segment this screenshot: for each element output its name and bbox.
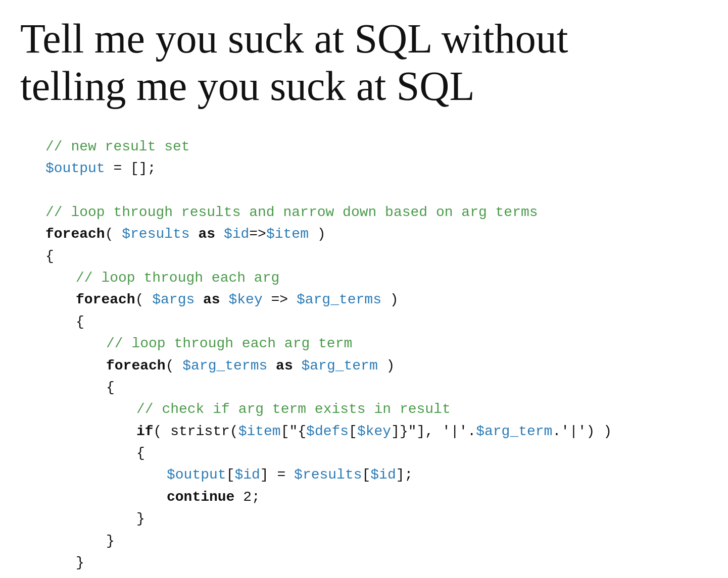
comment-loop-results: // loop through results and narrow down … bbox=[45, 201, 708, 223]
output-init: $output = []; bbox=[45, 157, 708, 179]
comment-loop-arg: // loop through each arg bbox=[76, 267, 708, 289]
page-title: Tell me you suck at SQL without telling … bbox=[20, 15, 708, 111]
if-line: if( stristr($item["{$defs[$key]}"], '|'.… bbox=[136, 421, 708, 442]
foreach2-line: foreach( $args as $key => $arg_terms ) bbox=[76, 289, 708, 310]
title-line1: Tell me you suck at SQL without bbox=[20, 16, 568, 62]
empty-line-1 bbox=[45, 179, 708, 201]
comment-new-result: // new result set bbox=[45, 136, 708, 157]
brace-close-3: } bbox=[106, 530, 708, 552]
foreach1-line: foreach( $results as $id=>$item ) bbox=[45, 223, 708, 245]
brace-open-3: { bbox=[106, 377, 708, 398]
code-block: // new result set $output = []; // loop … bbox=[20, 131, 708, 578]
brace-open-1: { bbox=[45, 245, 708, 267]
main-container: Tell me you suck at SQL without telling … bbox=[0, 0, 728, 578]
brace-close-2: } bbox=[76, 552, 708, 573]
output-assign: $output[$id] = $results[$id]; bbox=[167, 464, 708, 486]
brace-close-4: } bbox=[136, 508, 708, 530]
brace-close-1: } bbox=[45, 573, 708, 578]
comment-loop-arg-term: // loop through each arg term bbox=[106, 333, 708, 354]
continue-line: continue 2; bbox=[167, 486, 708, 508]
comment-check: // check if arg term exists in result bbox=[136, 398, 708, 420]
brace-open-2: { bbox=[76, 311, 708, 333]
brace-open-4: { bbox=[136, 442, 708, 464]
foreach3-line: foreach( $arg_terms as $arg_term ) bbox=[106, 355, 708, 377]
title-line2: telling me you suck at SQL bbox=[20, 63, 475, 109]
